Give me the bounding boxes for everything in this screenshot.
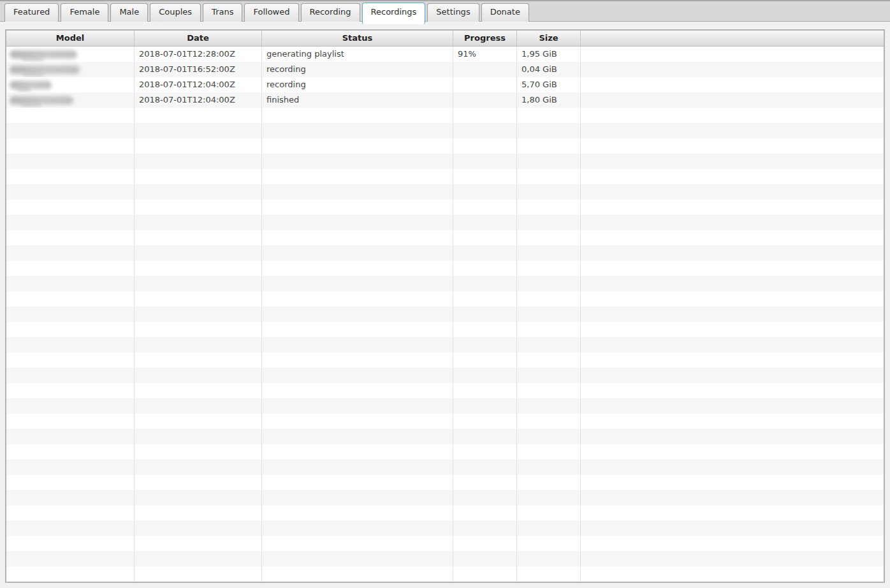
cell-size: 0,04 GiB bbox=[517, 62, 581, 77]
cell-size bbox=[517, 184, 581, 199]
cell-model bbox=[6, 92, 135, 108]
cell-size bbox=[517, 230, 581, 245]
cell-spacer bbox=[581, 322, 884, 337]
column-header-progress[interactable]: Progress bbox=[453, 31, 517, 46]
cell-status bbox=[262, 505, 453, 520]
redacted-model-name bbox=[10, 66, 80, 74]
tab-trans[interactable]: Trans bbox=[203, 3, 242, 22]
cell-size bbox=[517, 566, 581, 582]
cell-spacer bbox=[581, 62, 884, 77]
cell-spacer bbox=[581, 475, 884, 490]
table-row-empty bbox=[6, 199, 884, 215]
column-header-model[interactable]: Model bbox=[6, 31, 135, 46]
column-header-spacer bbox=[581, 31, 884, 46]
cell-spacer bbox=[581, 77, 884, 92]
tab-donate[interactable]: Donate bbox=[481, 3, 529, 22]
cell-progress bbox=[453, 337, 517, 352]
cell-model bbox=[6, 306, 135, 322]
cell-spacer bbox=[581, 536, 884, 551]
cell-size: 1,80 GiB bbox=[517, 92, 581, 108]
cell-progress bbox=[453, 92, 517, 108]
table-row[interactable]: 2018-07-01T16:52:00Zrecording0,04 GiB bbox=[6, 62, 884, 77]
cell-date bbox=[135, 215, 262, 230]
table-row-empty bbox=[6, 490, 884, 505]
cell-size bbox=[517, 306, 581, 322]
tab-recording[interactable]: Recording bbox=[301, 3, 360, 22]
table-row[interactable]: 2018-07-01T12:04:00Zrecording5,70 GiB bbox=[6, 77, 884, 92]
cell-date bbox=[135, 566, 262, 582]
cell-spacer bbox=[581, 291, 884, 306]
cell-spacer bbox=[581, 276, 884, 291]
cell-status bbox=[262, 444, 453, 459]
cell-model bbox=[6, 291, 135, 306]
cell-spacer bbox=[581, 92, 884, 108]
table-row[interactable]: 2018-07-01T12:04:00Zfinished1,80 GiB bbox=[6, 92, 884, 108]
cell-progress bbox=[453, 108, 517, 123]
cell-date bbox=[135, 108, 262, 123]
tab-male[interactable]: Male bbox=[110, 3, 148, 22]
cell-date bbox=[135, 261, 262, 276]
cell-status bbox=[262, 245, 453, 261]
redacted-model-name bbox=[10, 50, 77, 59]
recordings-table: ModelDateStatusProgressSize 2018-07-01T1… bbox=[5, 29, 885, 583]
tab-featured[interactable]: Featured bbox=[4, 3, 59, 22]
table-row[interactable]: 2018-07-01T12:28:00Zgenerating playlist9… bbox=[6, 47, 884, 62]
tab-couples[interactable]: Couples bbox=[150, 3, 201, 22]
cell-spacer bbox=[581, 352, 884, 368]
tab-settings[interactable]: Settings bbox=[427, 3, 479, 22]
tab-female[interactable]: Female bbox=[61, 3, 108, 22]
cell-model bbox=[6, 261, 135, 276]
cell-size bbox=[517, 429, 581, 444]
column-header-size[interactable]: Size bbox=[517, 31, 581, 46]
cell-progress bbox=[453, 62, 517, 77]
cell-date bbox=[135, 169, 262, 184]
cell-date bbox=[135, 276, 262, 291]
tab-followed[interactable]: Followed bbox=[244, 3, 298, 22]
cell-size bbox=[517, 475, 581, 490]
cell-status bbox=[262, 138, 453, 154]
cell-date bbox=[135, 490, 262, 505]
column-header-status[interactable]: Status bbox=[262, 31, 453, 46]
cell-date bbox=[135, 245, 262, 261]
tab-recordings[interactable]: Recordings bbox=[362, 3, 426, 24]
table-row-empty bbox=[6, 398, 884, 413]
cell-size bbox=[517, 337, 581, 352]
cell-status bbox=[262, 291, 453, 306]
redacted-model-name bbox=[10, 81, 52, 89]
cell-size bbox=[517, 154, 581, 169]
cell-model bbox=[6, 398, 135, 413]
table-row-empty bbox=[6, 306, 884, 322]
cell-progress bbox=[453, 215, 517, 230]
cell-progress bbox=[453, 291, 517, 306]
cell-status bbox=[262, 520, 453, 536]
cell-status: generating playlist bbox=[262, 47, 453, 62]
cell-date bbox=[135, 322, 262, 337]
cell-size bbox=[517, 123, 581, 138]
tab-bar: FeaturedFemaleMaleCouplesTransFollowedRe… bbox=[0, 0, 890, 22]
cell-size bbox=[517, 169, 581, 184]
cell-progress: 91% bbox=[453, 47, 517, 62]
cell-progress bbox=[453, 490, 517, 505]
cell-size bbox=[517, 138, 581, 154]
cell-size bbox=[517, 199, 581, 215]
cell-spacer bbox=[581, 566, 884, 582]
cell-date bbox=[135, 123, 262, 138]
cell-model bbox=[6, 215, 135, 230]
cell-progress bbox=[453, 154, 517, 169]
cell-model bbox=[6, 138, 135, 154]
cell-status bbox=[262, 368, 453, 383]
cell-status bbox=[262, 215, 453, 230]
cell-spacer bbox=[581, 138, 884, 154]
table-row-empty bbox=[6, 245, 884, 261]
cell-date: 2018-07-01T12:04:00Z bbox=[135, 77, 262, 92]
cell-model bbox=[6, 169, 135, 184]
cell-progress bbox=[453, 199, 517, 215]
cell-status bbox=[262, 383, 453, 398]
cell-spacer bbox=[581, 230, 884, 245]
cell-spacer bbox=[581, 490, 884, 505]
cell-size bbox=[517, 490, 581, 505]
cell-model bbox=[6, 47, 135, 62]
cell-date bbox=[135, 459, 262, 475]
cell-date bbox=[135, 551, 262, 566]
column-header-date[interactable]: Date bbox=[135, 31, 262, 46]
